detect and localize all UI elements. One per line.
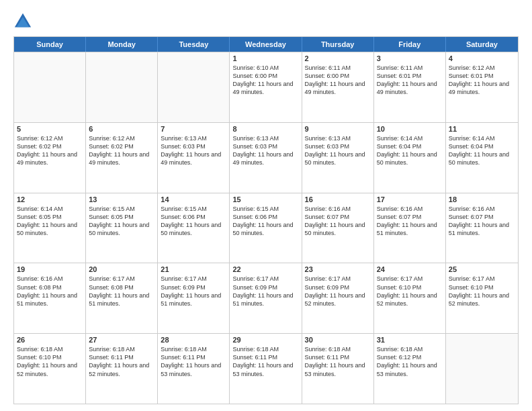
calendar-header-row: SundayMondayTuesdayWednesdayThursdayFrid… — [14, 37, 518, 52]
header-day-wednesday: Wednesday — [230, 37, 302, 52]
cal-cell-10: 10Sunrise: 6:14 AM Sunset: 6:04 PM Dayli… — [374, 123, 446, 193]
cal-cell-11: 11Sunrise: 6:14 AM Sunset: 6:04 PM Dayli… — [446, 123, 518, 193]
cal-cell-15: 15Sunrise: 6:15 AM Sunset: 6:06 PM Dayli… — [230, 193, 302, 263]
cell-info: Sunrise: 6:17 AM Sunset: 6:10 PM Dayligh… — [377, 275, 443, 308]
cell-info: Sunrise: 6:13 AM Sunset: 6:03 PM Dayligh… — [232, 134, 298, 167]
cal-cell-21: 21Sunrise: 6:17 AM Sunset: 6:09 PM Dayli… — [158, 263, 230, 333]
cell-info: Sunrise: 6:12 AM Sunset: 6:02 PM Dayligh… — [17, 134, 83, 167]
cal-cell-27: 27Sunrise: 6:18 AM Sunset: 6:11 PM Dayli… — [86, 334, 158, 404]
logo-icon — [13, 12, 32, 31]
day-number: 30 — [305, 336, 371, 344]
cell-info: Sunrise: 6:14 AM Sunset: 6:04 PM Dayligh… — [377, 134, 443, 167]
week-row-4: 19Sunrise: 6:16 AM Sunset: 6:08 PM Dayli… — [14, 263, 518, 333]
cal-cell-7: 7Sunrise: 6:13 AM Sunset: 6:03 PM Daylig… — [158, 123, 230, 193]
cell-info: Sunrise: 6:15 AM Sunset: 6:05 PM Dayligh… — [89, 205, 154, 238]
cell-info: Sunrise: 6:17 AM Sunset: 6:08 PM Dayligh… — [89, 275, 154, 308]
cal-cell-26: 26Sunrise: 6:18 AM Sunset: 6:10 PM Dayli… — [14, 334, 86, 404]
week-row-2: 5Sunrise: 6:12 AM Sunset: 6:02 PM Daylig… — [14, 122, 518, 193]
cell-info: Sunrise: 6:12 AM Sunset: 6:02 PM Dayligh… — [89, 134, 154, 167]
cell-info: Sunrise: 6:14 AM Sunset: 6:05 PM Dayligh… — [17, 205, 83, 238]
cal-cell-22: 22Sunrise: 6:17 AM Sunset: 6:09 PM Dayli… — [230, 263, 302, 333]
cal-cell-6: 6Sunrise: 6:12 AM Sunset: 6:02 PM Daylig… — [86, 123, 158, 193]
header-day-saturday: Saturday — [446, 37, 518, 52]
cal-cell-18: 18Sunrise: 6:16 AM Sunset: 6:07 PM Dayli… — [446, 193, 518, 263]
cal-cell-2: 2Sunrise: 6:11 AM Sunset: 6:00 PM Daylig… — [302, 52, 374, 122]
cell-info: Sunrise: 6:17 AM Sunset: 6:09 PM Dayligh… — [161, 275, 226, 308]
cal-cell-29: 29Sunrise: 6:18 AM Sunset: 6:11 PM Dayli… — [230, 334, 302, 404]
day-number: 23 — [305, 265, 371, 273]
day-number: 15 — [232, 195, 298, 203]
cell-info: Sunrise: 6:16 AM Sunset: 6:08 PM Dayligh… — [17, 275, 83, 308]
day-number: 29 — [232, 336, 298, 344]
cell-info: Sunrise: 6:18 AM Sunset: 6:10 PM Dayligh… — [17, 345, 83, 378]
day-number: 16 — [305, 195, 371, 203]
week-row-5: 26Sunrise: 6:18 AM Sunset: 6:10 PM Dayli… — [14, 333, 518, 404]
week-row-3: 12Sunrise: 6:14 AM Sunset: 6:05 PM Dayli… — [14, 193, 518, 263]
day-number: 7 — [161, 125, 226, 133]
cal-cell-24: 24Sunrise: 6:17 AM Sunset: 6:10 PM Dayli… — [374, 263, 446, 333]
cell-info: Sunrise: 6:13 AM Sunset: 6:03 PM Dayligh… — [305, 134, 371, 167]
cal-cell-19: 19Sunrise: 6:16 AM Sunset: 6:08 PM Dayli… — [14, 263, 86, 333]
cal-cell-13: 13Sunrise: 6:15 AM Sunset: 6:05 PM Dayli… — [86, 193, 158, 263]
day-number: 14 — [161, 195, 226, 203]
cal-cell-empty — [158, 52, 230, 122]
day-number: 3 — [377, 54, 443, 62]
cal-cell-5: 5Sunrise: 6:12 AM Sunset: 6:02 PM Daylig… — [14, 123, 86, 193]
day-number: 11 — [449, 125, 515, 133]
day-number: 26 — [17, 336, 83, 344]
week-row-1: 1Sunrise: 6:10 AM Sunset: 6:00 PM Daylig… — [14, 52, 518, 122]
day-number: 28 — [161, 336, 226, 344]
cal-cell-25: 25Sunrise: 6:17 AM Sunset: 6:10 PM Dayli… — [446, 263, 518, 333]
day-number: 25 — [449, 265, 515, 273]
page: SundayMondayTuesdayWednesdayThursdayFrid… — [0, 0, 532, 411]
day-number: 31 — [377, 336, 443, 344]
cell-info: Sunrise: 6:16 AM Sunset: 6:07 PM Dayligh… — [305, 205, 371, 238]
day-number: 10 — [377, 125, 443, 133]
day-number: 6 — [89, 125, 154, 133]
cell-info: Sunrise: 6:16 AM Sunset: 6:07 PM Dayligh… — [449, 205, 515, 238]
header-day-thursday: Thursday — [302, 37, 374, 52]
cal-cell-empty — [14, 52, 86, 122]
cal-cell-empty — [446, 334, 518, 404]
day-number: 9 — [305, 125, 371, 133]
cal-cell-8: 8Sunrise: 6:13 AM Sunset: 6:03 PM Daylig… — [230, 123, 302, 193]
day-number: 2 — [305, 54, 371, 62]
cal-cell-16: 16Sunrise: 6:16 AM Sunset: 6:07 PM Dayli… — [302, 193, 374, 263]
cell-info: Sunrise: 6:18 AM Sunset: 6:11 PM Dayligh… — [232, 345, 298, 378]
cal-cell-30: 30Sunrise: 6:18 AM Sunset: 6:11 PM Dayli… — [302, 334, 374, 404]
day-number: 13 — [89, 195, 154, 203]
cell-info: Sunrise: 6:11 AM Sunset: 6:01 PM Dayligh… — [377, 64, 443, 97]
day-number: 1 — [232, 54, 298, 62]
cal-cell-12: 12Sunrise: 6:14 AM Sunset: 6:05 PM Dayli… — [14, 193, 86, 263]
cell-info: Sunrise: 6:11 AM Sunset: 6:00 PM Dayligh… — [305, 64, 371, 97]
day-number: 18 — [449, 195, 515, 203]
cal-cell-4: 4Sunrise: 6:12 AM Sunset: 6:01 PM Daylig… — [446, 52, 518, 122]
cell-info: Sunrise: 6:10 AM Sunset: 6:00 PM Dayligh… — [232, 64, 298, 97]
day-number: 8 — [232, 125, 298, 133]
header-day-sunday: Sunday — [14, 37, 86, 52]
day-number: 19 — [17, 265, 83, 273]
cell-info: Sunrise: 6:17 AM Sunset: 6:10 PM Dayligh… — [449, 275, 515, 308]
cell-info: Sunrise: 6:14 AM Sunset: 6:04 PM Dayligh… — [449, 134, 515, 167]
cell-info: Sunrise: 6:17 AM Sunset: 6:09 PM Dayligh… — [232, 275, 298, 308]
header-day-monday: Monday — [86, 37, 158, 52]
cal-cell-20: 20Sunrise: 6:17 AM Sunset: 6:08 PM Dayli… — [86, 263, 158, 333]
cal-cell-empty — [86, 52, 158, 122]
header-day-friday: Friday — [374, 37, 446, 52]
day-number: 12 — [17, 195, 83, 203]
day-number: 17 — [377, 195, 443, 203]
calendar: SundayMondayTuesdayWednesdayThursdayFrid… — [13, 36, 519, 404]
cell-info: Sunrise: 6:18 AM Sunset: 6:11 PM Dayligh… — [89, 345, 154, 378]
header-day-tuesday: Tuesday — [158, 37, 230, 52]
day-number: 21 — [161, 265, 226, 273]
cal-cell-23: 23Sunrise: 6:17 AM Sunset: 6:09 PM Dayli… — [302, 263, 374, 333]
cell-info: Sunrise: 6:15 AM Sunset: 6:06 PM Dayligh… — [161, 205, 226, 238]
logo — [13, 12, 35, 31]
cal-cell-28: 28Sunrise: 6:18 AM Sunset: 6:11 PM Dayli… — [158, 334, 230, 404]
day-number: 20 — [89, 265, 154, 273]
day-number: 27 — [89, 336, 154, 344]
cell-info: Sunrise: 6:17 AM Sunset: 6:09 PM Dayligh… — [305, 275, 371, 308]
cell-info: Sunrise: 6:16 AM Sunset: 6:07 PM Dayligh… — [377, 205, 443, 238]
cell-info: Sunrise: 6:18 AM Sunset: 6:11 PM Dayligh… — [305, 345, 371, 378]
cal-cell-1: 1Sunrise: 6:10 AM Sunset: 6:00 PM Daylig… — [230, 52, 302, 122]
